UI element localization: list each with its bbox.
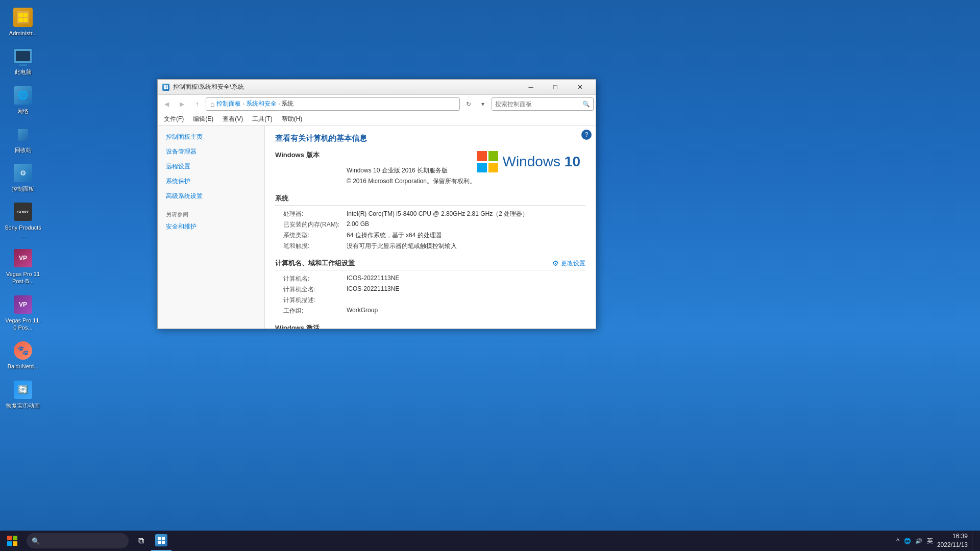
forward-button[interactable]: ▶ xyxy=(175,97,188,111)
computer-name-row: 计算机名: ICOS-20221113NE xyxy=(275,274,585,283)
search-input[interactable] xyxy=(495,101,580,108)
menu-file[interactable]: 文件(F) xyxy=(160,114,188,124)
desktop-icon-network[interactable]: 🌐 网络 xyxy=(3,83,43,117)
search-box[interactable]: 🔍 xyxy=(492,97,594,111)
start-icon xyxy=(7,536,17,546)
system-tray-icons: 🌐 🔊 xyxy=(903,537,923,545)
computer-desc-row: 计算机描述: xyxy=(275,296,585,305)
workgroup-value: WorkGroup xyxy=(347,307,585,314)
system-type-label: 系统类型: xyxy=(275,231,347,240)
close-button[interactable]: ✕ xyxy=(568,80,592,95)
svg-rect-2 xyxy=(7,541,12,546)
network-tray-icon[interactable]: 🌐 xyxy=(903,537,912,545)
touch-label: 笔和触摸: xyxy=(275,242,347,251)
win-logo-green xyxy=(488,151,499,161)
desktop-icon-sony[interactable]: SONY Sony Products ... xyxy=(3,199,43,241)
window-body: 控制面板主页 设备管理器 远程设置 系统保护 高级系统设置 另请参阅 安全和维护… xyxy=(158,126,596,329)
window-title: 控制面板\系统和安全\系统 xyxy=(173,83,516,91)
start-button[interactable] xyxy=(0,531,24,551)
left-panel-system-protection[interactable]: 系统保护 xyxy=(162,175,260,188)
network-label: 网络 xyxy=(17,108,29,115)
vegas110-label: Vegas Pro 11.0 Pos... xyxy=(5,317,41,332)
desktop-icon-administrator[interactable]: Administr... xyxy=(3,5,43,39)
address-path[interactable]: ⌂ 控制面板 › 系统和安全 › 系统 xyxy=(206,97,460,111)
left-panel: 控制面板主页 设备管理器 远程设置 系统保护 高级系统设置 另请参阅 安全和维护 xyxy=(158,126,265,329)
menu-edit[interactable]: 编辑(E) xyxy=(189,114,217,124)
refresh-button[interactable]: ↻ xyxy=(462,97,475,111)
vegas110-icon: VP xyxy=(13,294,33,315)
page-title: 查看有关计算机的基本信息 xyxy=(275,134,585,143)
left-panel-device-manager[interactable]: 设备管理器 xyxy=(162,145,260,158)
taskbar-search[interactable]: 🔍 xyxy=(27,533,129,548)
path-system-security[interactable]: 系统和安全 xyxy=(246,100,277,107)
sony-icon: SONY xyxy=(13,202,33,222)
desktop-icon-vegas110[interactable]: VP Vegas Pro 11.0 Pos... xyxy=(3,292,43,334)
see-also-title: 另请参阅 xyxy=(162,211,260,218)
computer-icon xyxy=(13,46,33,66)
dropdown-button[interactable]: ▾ xyxy=(476,97,489,111)
left-panel-security-maintenance[interactable]: 安全和维护 xyxy=(162,220,260,233)
ram-label: 已安装的内存(RAM): xyxy=(275,220,347,229)
desktop-icon-baidu[interactable]: 🐾 BaiduNetd... xyxy=(3,338,43,372)
chevron-up-icon[interactable]: ^ xyxy=(896,537,899,544)
vegas11-label: Vegas Pro 11 Post-B... xyxy=(5,270,41,285)
search-icon: 🔍 xyxy=(582,101,590,108)
activation-header: Windows 激活 xyxy=(275,323,585,329)
workgroup-label: 工作组: xyxy=(275,307,347,315)
path-breadcrumb: 控制面板 › 系统和安全 › 系统 xyxy=(216,99,293,108)
computer-name-value: ICOS-20221113NE xyxy=(347,274,585,282)
desktop-icon-recycle[interactable]: 回收站 xyxy=(3,122,43,156)
system-type-row: 系统类型: 64 位操作系统，基于 x64 的处理器 xyxy=(275,231,585,240)
desktop-icon-controlpanel[interactable]: ⚙ 控制面板 xyxy=(3,161,43,194)
back-button[interactable]: ◀ xyxy=(160,97,173,111)
path-control-panel[interactable]: 控制面板 xyxy=(216,100,241,107)
network-icon: 🌐 xyxy=(13,85,33,106)
desktop-icon-vegas11[interactable]: VP Vegas Pro 11 Post-B... xyxy=(3,246,43,287)
administrator-label: Administr... xyxy=(9,30,37,37)
desktop-icon-recover[interactable]: 🔄 恢复宝①动画 xyxy=(3,378,43,411)
system-section: 系统 处理器: Intel(R) Core(TM) i5-8400 CPU @ … xyxy=(275,194,585,251)
win-logo-yellow xyxy=(488,163,499,173)
search-icon-taskbar: 🔍 xyxy=(32,537,40,545)
task-view-icon: ⧉ xyxy=(138,536,144,545)
system-properties-window: 控制面板\系统和安全\系统 ─ □ ✕ ◀ ▶ ↑ ⌂ 控制面板 › 系统和安全… xyxy=(157,79,596,329)
clock-date: 2022/11/13 xyxy=(937,541,968,549)
taskbar-controlpanel-app[interactable] xyxy=(151,531,172,551)
menu-help[interactable]: 帮助(H) xyxy=(278,114,307,124)
menu-view[interactable]: 查看(V) xyxy=(218,114,247,124)
win-logo-blue xyxy=(477,163,487,173)
change-settings-link[interactable]: ⚙ 更改设置 xyxy=(552,259,585,268)
ram-row: 已安装的内存(RAM): 2.00 GB xyxy=(275,220,585,229)
computer-fullname-row: 计算机全名: ICOS-20221113NE xyxy=(275,285,585,294)
sony-label: Sony Products ... xyxy=(5,224,41,239)
left-panel-home[interactable]: 控制面板主页 xyxy=(162,131,260,143)
window-titlebar: 控制面板\系统和安全\系统 ─ □ ✕ xyxy=(158,80,596,95)
address-bar: ◀ ▶ ↑ ⌂ 控制面板 › 系统和安全 › 系统 ↻ ▾ 🔍 xyxy=(158,95,596,113)
menu-tools[interactable]: 工具(T) xyxy=(248,114,276,124)
computer-section: 计算机名、域和工作组设置 ⚙ 更改设置 计算机名: ICOS-20221113N… xyxy=(275,259,585,315)
computer-desc-label: 计算机描述: xyxy=(275,296,347,305)
help-icon[interactable]: ? xyxy=(581,130,592,140)
volume-tray-icon[interactable]: 🔊 xyxy=(915,537,923,545)
system-section-header: 系统 xyxy=(275,194,585,206)
language-indicator[interactable]: 英 xyxy=(927,537,933,545)
controlpanel-icon: ⚙ xyxy=(13,163,33,183)
svg-rect-1 xyxy=(13,536,17,540)
settings-icon: ⚙ xyxy=(552,259,559,267)
workgroup-row: 工作组: WorkGroup xyxy=(275,307,585,315)
menu-bar: 文件(F) 编辑(E) 查看(V) 工具(T) 帮助(H) xyxy=(158,113,596,126)
up-button[interactable]: ↑ xyxy=(190,97,204,111)
minimize-button[interactable]: ─ xyxy=(519,80,543,95)
desktop-icon-computer[interactable]: 此电脑 xyxy=(3,44,43,78)
processor-value: Intel(R) Core(TM) i5-8400 CPU @ 2.80GHz … xyxy=(347,210,585,218)
clock[interactable]: 16:39 2022/11/13 xyxy=(937,532,968,549)
windows-copyright: © 2016 Microsoft Corporation。保留所有权利。 xyxy=(347,177,585,186)
left-panel-advanced-settings[interactable]: 高级系统设置 xyxy=(162,190,260,203)
task-view-button[interactable]: ⧉ xyxy=(131,531,151,551)
maximize-button[interactable]: □ xyxy=(544,80,567,95)
show-desktop-button[interactable] xyxy=(972,531,975,551)
recycle-label: 回收站 xyxy=(15,146,32,154)
system-type-value: 64 位操作系统，基于 x64 的处理器 xyxy=(347,231,585,240)
left-panel-remote-settings[interactable]: 远程设置 xyxy=(162,160,260,173)
windows-copyright-row: © 2016 Microsoft Corporation。保留所有权利。 xyxy=(275,177,585,186)
